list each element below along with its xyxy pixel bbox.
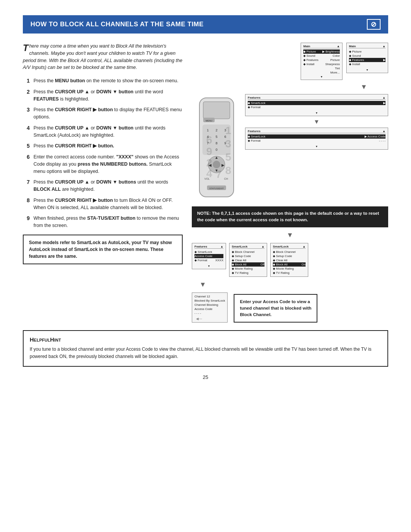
screen-row-access-code-value: - - - - bbox=[194, 311, 225, 315]
svg-text:8: 8 bbox=[225, 165, 231, 176]
svg-point-14 bbox=[213, 161, 220, 168]
note-box: NOTE: The 0,7,1,1 access code shown on t… bbox=[192, 206, 388, 227]
step-text: Press the CURSOR RIGHT ▶ button. bbox=[33, 142, 114, 150]
step-text: When finished, press the STA-TUS/EXIT bu… bbox=[33, 215, 183, 229]
step-number: 4 bbox=[23, 125, 30, 131]
screen-row-format: ◆ Format bbox=[248, 105, 386, 109]
screen-title: Features▲ bbox=[194, 245, 223, 249]
screen-row-smartlock: ◆ SmartLock▶ Access Code bbox=[248, 134, 386, 139]
screen-row-features: ◆ FeaturesPicture bbox=[303, 58, 340, 62]
svg-text:5: 5 bbox=[225, 151, 231, 163]
step-number: 1 bbox=[23, 78, 30, 84]
step-text: Press the CURSOR UP ▲ or DOWN ▼ buttons … bbox=[33, 179, 183, 193]
left-column: T here may come a time when you want to … bbox=[23, 43, 183, 323]
warning-text: Some models refer to SmartLock as AutoLo… bbox=[29, 240, 172, 259]
step-text: Enter the correct access code number. "X… bbox=[33, 153, 183, 175]
arrow-down-3: ▼ bbox=[192, 231, 388, 239]
screen-row-movie-rating: ◆ Movie Rating bbox=[273, 267, 306, 271]
step-number: 8 bbox=[23, 197, 30, 203]
svg-text:8: 8 bbox=[215, 141, 217, 145]
screen-row-format: ◆ Format- - - - bbox=[248, 139, 386, 143]
screen-title: Main▲ bbox=[349, 45, 386, 48]
right-column: Main▲ ◆ Picture▶ Brightness ◆ SoundColor… bbox=[192, 43, 388, 323]
arrow-connector-1: ▼ bbox=[192, 83, 388, 91]
step-number: 6 bbox=[23, 154, 30, 160]
step-number: 2 bbox=[23, 89, 30, 95]
warning-box: Some models refer to SmartLock as AutoLo… bbox=[23, 235, 183, 264]
screen-title: Features▲ bbox=[248, 96, 386, 100]
remote-control-image: 1 2 3 4 5 6 7 8 9 0 ▲ ▼ ◀ bbox=[192, 94, 241, 202]
screen-row-sound: ◆ Sound bbox=[349, 54, 386, 58]
screen-row-channel-blocking: Channel Blocking bbox=[194, 303, 225, 307]
step-number: 9 bbox=[23, 215, 30, 221]
screen-row-clear-all: ◆ Clear All bbox=[273, 258, 306, 262]
screen-row-picture: ◆ Picture▶ Brightness bbox=[303, 50, 340, 54]
svg-text:2: 2 bbox=[206, 157, 212, 169]
svg-text:6: 6 bbox=[206, 134, 212, 146]
intro-text: here may come a time when you want to Bl… bbox=[23, 43, 182, 70]
step-text: Press the CURSOR RIGHT ▶ button to turn … bbox=[33, 197, 183, 211]
screen-row-features: ◆ Features▶ bbox=[349, 58, 386, 62]
screen-row-block-channel: ◆ Block Channel bbox=[232, 250, 264, 254]
svg-text:CH: CH bbox=[224, 177, 228, 180]
screen-title: Features▲ bbox=[248, 129, 386, 133]
step-7: 7 Press the CURSOR UP ▲ or DOWN ▼ button… bbox=[23, 179, 183, 193]
smartlock-off-screen: SmartLock▲ ◆ Block Channel ◆ Setup Code … bbox=[229, 243, 267, 277]
screens-top-row: Main▲ ◆ Picture▶ Brightness ◆ SoundColor… bbox=[192, 43, 388, 80]
svg-text:STATUS/EXIT: STATUS/EXIT bbox=[209, 187, 224, 190]
step-6: 6 Enter the correct access code number. … bbox=[23, 153, 183, 175]
drop-cap: T bbox=[23, 43, 29, 53]
svg-text:1: 1 bbox=[207, 128, 209, 132]
step-text: Press the CURSOR UP ▲ or DOWN ▼ button u… bbox=[33, 88, 183, 103]
intro-paragraph: T here may come a time when you want to … bbox=[23, 43, 183, 71]
note-text: NOTE: The 0,7,1,1 access code shown on t… bbox=[197, 211, 379, 222]
screen-title: SmartLock▲ bbox=[273, 245, 306, 249]
svg-text:4: 4 bbox=[206, 168, 212, 179]
arrow-down-4: ▼ bbox=[192, 281, 388, 289]
svg-text:7: 7 bbox=[216, 168, 222, 180]
step-text: Press the MENU button on the remote to s… bbox=[33, 77, 178, 85]
screen-row-access-code: Access Code bbox=[194, 254, 223, 258]
screen-row-access-code-label: Access Code bbox=[194, 307, 225, 311]
svg-text:0: 0 bbox=[215, 148, 217, 152]
svg-text:2: 2 bbox=[215, 128, 217, 132]
remote-svg: 1 2 3 4 5 6 7 8 9 0 ▲ ▼ ◀ bbox=[192, 94, 241, 201]
arrow-down-2: ▼ bbox=[245, 118, 388, 125]
page-number: 25 bbox=[23, 374, 388, 380]
step-number: 7 bbox=[23, 179, 30, 185]
svg-text:▲: ▲ bbox=[215, 155, 218, 160]
screen-row-more: More... bbox=[303, 70, 340, 75]
screens-mid-col: Features▲ ◆ SmartLock▶ ◆ Format ▼ ▼ Feat… bbox=[245, 94, 388, 150]
main-content: T here may come a time when you want to … bbox=[23, 43, 388, 323]
bottom-section: HelpfulHint If you tune to a blocked cha… bbox=[23, 330, 388, 366]
svg-text:MENU: MENU bbox=[206, 120, 212, 122]
screen-title: SmartLock▲ bbox=[232, 245, 264, 249]
smartlock-screens-row: Features▲ ◆ SmartLock Access Code ◆ Form… bbox=[192, 243, 388, 277]
features-access-code-screen: Features▲ ◆ SmartLock Access Code ◆ Form… bbox=[192, 243, 226, 269]
screen-row-setup-code: ◆ Setup Code bbox=[232, 254, 264, 258]
screen-row-tv-rating: ◆ TV Rating bbox=[232, 271, 264, 275]
step-text: Press the CURSOR UP ▲ or DOWN ▼ button u… bbox=[33, 125, 183, 139]
screen-row-block-channel: ◆ Block Channel bbox=[273, 250, 306, 254]
svg-text:▶: ▶ bbox=[221, 163, 225, 167]
bottom-screens-and-note-row: Channel 12 Blocked By SmartLock Channel … bbox=[192, 292, 388, 323]
access-code-info-box: Enter your Access Code to view a tuned c… bbox=[234, 294, 317, 323]
step-8: 8 Press the CURSOR RIGHT ▶ button to tur… bbox=[23, 197, 183, 211]
step-1: 1 Press the MENU button on the remote to… bbox=[23, 77, 183, 85]
screen-row-tint: Tint bbox=[303, 66, 340, 70]
screen-row-install: ◆ InstallSharpness bbox=[303, 62, 340, 66]
screen-row-channel: Channel 12 bbox=[194, 294, 225, 299]
step-3: 3 Press the CURSOR RIGHT ▶ button to dis… bbox=[23, 106, 183, 121]
screen-row-install: ◆ Install bbox=[349, 62, 386, 66]
access-code-screen: Features▲ ◆ SmartLock▶ Access Code ◆ For… bbox=[245, 128, 388, 150]
title-banner: How to Block All Channels at the Same Ti… bbox=[23, 15, 388, 34]
features-menu-screen: Main▲ ◆ Picture ◆ Sound ◆ Features▶ ◆ In… bbox=[346, 43, 388, 73]
screen-row-smartlock: ◆ SmartLock▶ bbox=[248, 101, 386, 105]
svg-text:3: 3 bbox=[225, 138, 231, 150]
screen-row-block-all: ◆ Block AllOff bbox=[232, 262, 264, 267]
helpful-hint-title: HelpfulHint bbox=[30, 336, 381, 343]
step-number: 3 bbox=[23, 107, 30, 113]
svg-text:9: 9 bbox=[206, 145, 212, 157]
screen-row-movie-rating: ◆ Movie Rating bbox=[232, 267, 264, 271]
screen-row-block-all-on: ◆ Block AllOn bbox=[273, 262, 306, 267]
